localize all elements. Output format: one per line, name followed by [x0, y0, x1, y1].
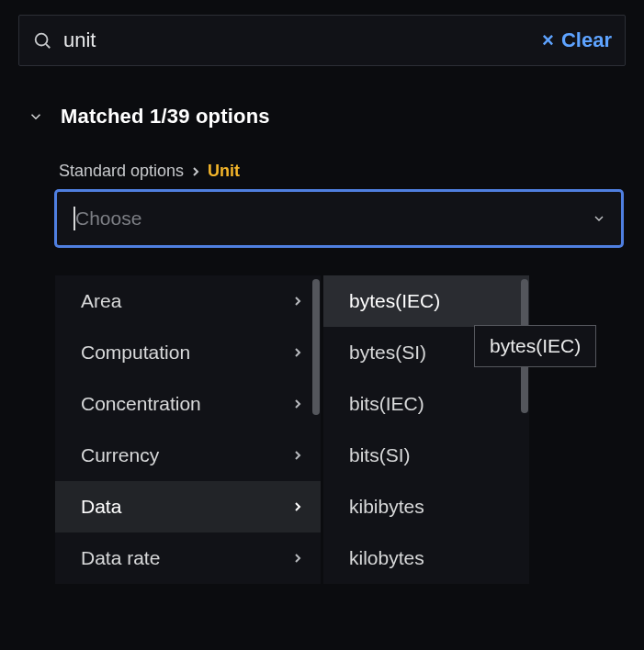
category-item-label: Data rate	[81, 547, 160, 569]
unit-item[interactable]: bits(SI)	[323, 430, 529, 481]
unit-select-placeholder: Choose	[75, 207, 592, 230]
breadcrumb-current: Unit	[208, 162, 240, 181]
unit-item-label: kilobytes	[349, 547, 424, 569]
category-item-label: Currency	[81, 444, 159, 466]
breadcrumb-parent: Standard options	[59, 162, 184, 181]
svg-point-0	[36, 34, 48, 46]
category-item[interactable]: Concentration	[55, 378, 321, 430]
unit-select[interactable]: Choose	[55, 190, 623, 247]
category-item[interactable]: Data	[55, 481, 321, 532]
scrollbar[interactable]	[312, 279, 320, 415]
chevron-down-icon[interactable]	[28, 108, 44, 125]
close-icon: ×	[542, 30, 554, 50]
unit-item[interactable]: bytes(IEC)	[323, 275, 529, 327]
matched-row: Matched 1/39 options	[18, 105, 626, 129]
search-icon	[32, 30, 52, 50]
category-item[interactable]: Currency	[55, 430, 321, 481]
chevron-down-icon	[592, 211, 606, 226]
unit-item[interactable]: kibibytes	[323, 481, 529, 532]
unit-item[interactable]: bits(IEC)	[323, 378, 529, 430]
category-panel: AreaComputationConcentrationCurrencyData…	[55, 275, 321, 584]
category-item-label: Data	[81, 496, 121, 518]
unit-panel: bytes(IEC)bytes(SI)bits(IEC)bits(SI)kibi…	[323, 275, 529, 584]
search-input[interactable]	[63, 28, 542, 52]
chevron-right-icon	[293, 451, 302, 460]
category-item[interactable]: Data rate	[55, 532, 321, 584]
chevron-right-icon	[293, 399, 302, 409]
chevron-right-icon	[293, 348, 302, 357]
category-item[interactable]: Computation	[55, 327, 321, 378]
unit-item-label: bytes(IEC)	[349, 290, 440, 312]
breadcrumb: Standard options Unit	[18, 162, 626, 181]
tooltip: bytes(IEC)	[474, 325, 596, 367]
search-bar[interactable]: × Clear	[18, 15, 626, 66]
clear-label: Clear	[561, 28, 612, 52]
tooltip-text: bytes(IEC)	[490, 335, 581, 356]
category-item[interactable]: Area	[55, 275, 321, 327]
category-item-label: Area	[81, 290, 121, 312]
chevron-right-icon	[293, 502, 302, 511]
unit-item-label: bytes(SI)	[349, 342, 426, 364]
chevron-right-icon	[293, 554, 302, 563]
unit-item-label: bits(IEC)	[349, 393, 424, 415]
unit-item[interactable]: kilobytes	[323, 532, 529, 584]
clear-button[interactable]: × Clear	[542, 28, 612, 52]
matched-title: Matched 1/39 options	[61, 105, 270, 129]
unit-item-label: bits(SI)	[349, 444, 411, 466]
category-item-label: Computation	[81, 342, 190, 364]
svg-line-1	[46, 44, 50, 48]
chevron-right-icon	[191, 167, 200, 176]
chevron-right-icon	[293, 297, 302, 306]
category-item-label: Concentration	[81, 393, 201, 415]
unit-item-label: kibibytes	[349, 496, 424, 518]
